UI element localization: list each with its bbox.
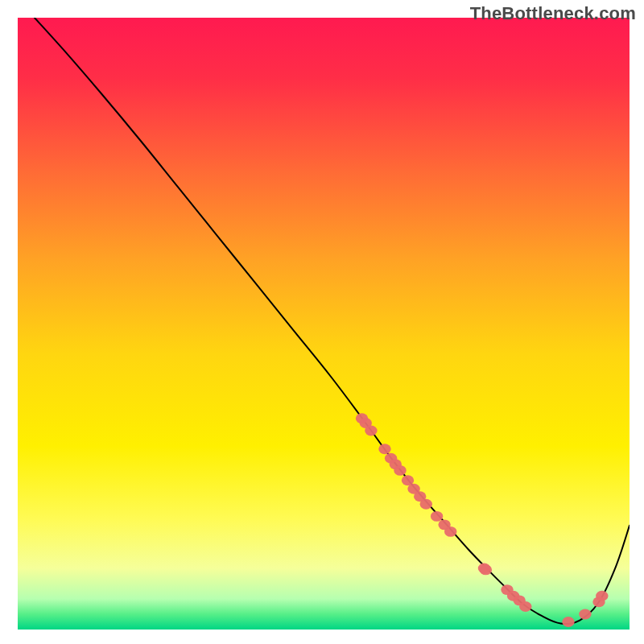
data-point bbox=[431, 511, 443, 522]
data-point bbox=[365, 426, 377, 436]
plot-background bbox=[18, 18, 630, 630]
data-point bbox=[579, 609, 591, 620]
data-point bbox=[562, 617, 574, 627]
attribution-text: TheBottleneck.com bbox=[470, 3, 636, 24]
data-point bbox=[519, 601, 531, 612]
data-point bbox=[378, 444, 390, 454]
data-point bbox=[420, 499, 432, 510]
data-point bbox=[394, 465, 406, 476]
data-point bbox=[596, 591, 608, 601]
data-point bbox=[444, 526, 456, 537]
data-point bbox=[480, 564, 492, 575]
